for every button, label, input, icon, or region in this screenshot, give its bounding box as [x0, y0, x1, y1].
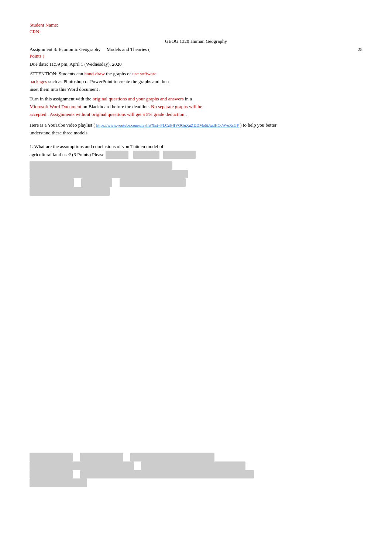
attention-text2: the graphs or: [106, 71, 131, 76]
q2-blurred-line-1c: [130, 453, 214, 461]
q2-blurred-line-1b: [80, 453, 123, 461]
question-1-block: 1. What are the assumptions and conclusi…: [30, 143, 362, 196]
turn-in-block: Turn in this assignment with the origina…: [30, 95, 362, 118]
turn-in-4: .: [48, 111, 49, 117]
q2-blurred-line-1a: [30, 453, 73, 461]
assignment-title-text: Assignment 3: Economic Geography— Models…: [30, 47, 150, 52]
youtube-text2: video playlist (: [66, 122, 95, 128]
youtube-link[interactable]: https://www.youtube.com/playlist?list=PL…: [96, 123, 239, 127]
turn-in-red5: Assignments without original questions w…: [50, 111, 185, 117]
points-text: Points ): [30, 53, 44, 59]
youtube-text4: understand these three models.: [30, 130, 89, 135]
attention-label: ATTENTION:: [30, 71, 58, 76]
turn-in-red1: original questions and your graphs and a…: [93, 96, 184, 102]
points-line: Points ): [30, 53, 362, 59]
student-name-label: Student Name:: [30, 22, 362, 28]
turn-in-3: on Blackboard before the deadline.: [83, 104, 150, 109]
q2-blurred-line-4: [30, 478, 87, 487]
attention-use-software: use software: [132, 71, 156, 76]
q2-blurred-line-3b: [80, 470, 254, 478]
question-1-text2: agricultural land use? (3 Points) Please: [30, 152, 104, 157]
crn-label: CRN:: [30, 29, 362, 35]
q2-blurred-line-2a: [30, 461, 134, 470]
blank-space: [30, 199, 362, 450]
turn-in-red3: No separate graphs will be: [151, 104, 202, 109]
turn-in-2: in a: [185, 96, 192, 102]
youtube-block: Here is a YouTube video playlist ( https…: [30, 121, 362, 137]
blurred-line-3c: [120, 178, 186, 187]
turn-in-1: Turn in this assignment with the: [30, 96, 91, 102]
attention-packages: packages: [30, 79, 47, 84]
assignment-title-row: Assignment 3: Economic Geography— Models…: [30, 47, 362, 52]
question-1-text: 1. What are the assumptions and conclusi…: [30, 144, 164, 149]
due-date: Due date: 11:59 pm, April 1 (Wednesday),…: [30, 61, 362, 67]
q2-blurred-line-2b: [141, 461, 245, 470]
course-title: GEOG 1320 Human Geography: [30, 38, 362, 44]
answer-blurred-1a: [106, 151, 128, 159]
turn-in-5: .: [186, 111, 187, 117]
attention-hand-draw: hand-draw: [84, 71, 105, 76]
question-2-blurred-block: [30, 453, 362, 487]
answer-blurred-1b: [133, 151, 160, 159]
attention-text1: Students can: [58, 71, 83, 76]
q2-blurred-line-3a: [30, 470, 73, 478]
youtube-text3: ) to help you better: [240, 122, 276, 128]
answer-blurred-block-2: [30, 453, 362, 487]
attention-text4: inset them into this Word document .: [30, 86, 100, 92]
youtube-text1: Here is a YouTube: [30, 122, 65, 128]
attention-text3: such as Photoshop or PowerPoint to creat…: [48, 79, 169, 84]
answer-blurred-block-1: [30, 161, 362, 196]
blurred-line-2: [30, 170, 188, 178]
blurred-line-1: [30, 161, 172, 170]
blurred-line-3b: [81, 178, 113, 187]
answer-blurred-1c: [163, 151, 196, 159]
document-page: Student Name: CRN: GEOG 1320 Human Geogr…: [0, 0, 392, 556]
turn-in-red4: accepted: [30, 111, 46, 117]
blurred-line-4: [30, 187, 110, 196]
blurred-line-3a: [30, 178, 74, 187]
attention-block: ATTENTION: Students can hand-draw the gr…: [30, 70, 362, 93]
points-score: 25: [358, 47, 362, 52]
turn-in-red2: Microsoft Word Document: [30, 104, 81, 109]
